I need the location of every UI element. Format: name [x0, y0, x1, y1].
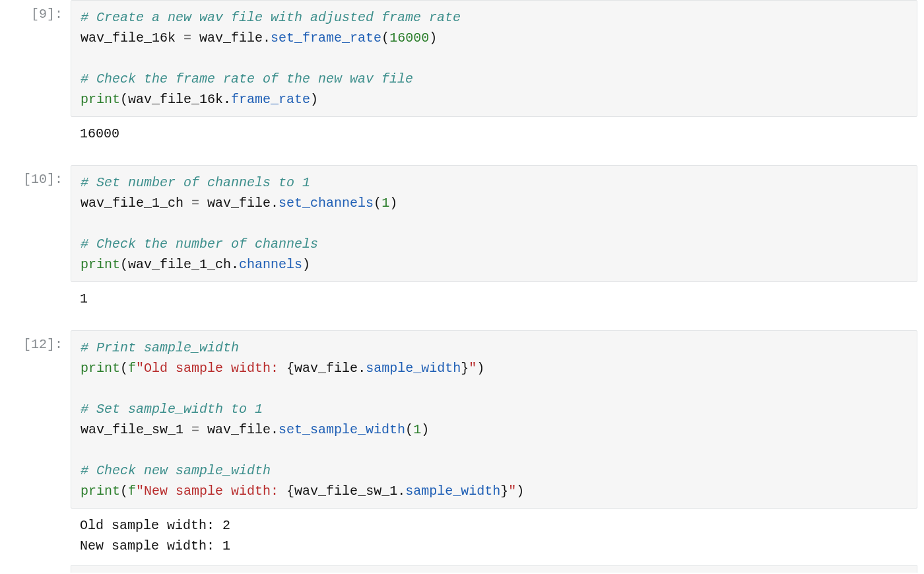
code-token: 1 — [413, 422, 421, 437]
code-token: ( — [120, 92, 128, 107]
code-token: ) — [477, 361, 484, 376]
notebook: [9]: # Create a new wav file with adjust… — [0, 0, 924, 573]
prompt-label-empty — [0, 509, 71, 565]
code-token: 1 — [381, 196, 389, 211]
code-comment: # Create a new wav file with adjusted fr… — [81, 10, 461, 25]
code-token: wav_file. — [199, 196, 279, 211]
code-token: wav_file_1_ch. — [128, 257, 239, 272]
code-token: = — [183, 30, 191, 46]
code-comment: # Check new sample_width — [81, 463, 271, 478]
code-input[interactable]: # Print sample_width print(f"Old sample … — [71, 330, 917, 509]
code-token: wav_file_16k — [81, 30, 183, 46]
prompt-label: [10]: — [0, 165, 71, 282]
code-token: set_channels — [279, 196, 374, 211]
code-token: print — [81, 361, 120, 376]
code-token: wav_file. — [294, 361, 366, 376]
code-token: print — [81, 92, 120, 107]
code-token: } — [461, 361, 469, 376]
code-token: wav_file_16k. — [128, 92, 231, 107]
code-token: ( — [381, 30, 389, 46]
code-token: "Old sample width: — [136, 361, 286, 376]
code-token: set_sample_width — [279, 422, 405, 437]
code-token: ) — [429, 30, 437, 46]
code-token: f — [128, 484, 136, 499]
code-cell[interactable]: [9]: # Create a new wav file with adjust… — [0, 0, 924, 117]
output-cell: Old sample width: 2 New sample width: 1 — [0, 509, 924, 565]
output-cell: 1 — [0, 282, 924, 318]
code-token: set_frame_rate — [271, 30, 381, 46]
code-token: ( — [120, 484, 128, 499]
code-token: 16000 — [389, 30, 429, 46]
code-token: { — [286, 484, 294, 499]
code-token: wav_file_sw_1 — [81, 422, 191, 437]
code-token: "New sample width: — [136, 484, 286, 499]
code-token: { — [286, 361, 294, 376]
code-token: print — [81, 257, 120, 272]
prompt-label: [9]: — [0, 0, 71, 117]
code-comment: # Set sample_width to 1 — [81, 402, 263, 417]
code-comment: # Set number of channels to 1 — [81, 175, 310, 190]
cell-output: Old sample width: 2 New sample width: 1 — [71, 509, 917, 565]
code-token: wav_file_1_ch — [81, 196, 191, 211]
code-comment: # Check the frame rate of the new wav fi… — [81, 71, 413, 87]
code-token: print — [81, 484, 120, 499]
code-cell[interactable]: [10]: # Set number of channels to 1 wav_… — [0, 165, 924, 282]
code-token: ) — [389, 196, 397, 211]
code-token: frame_rate — [231, 92, 310, 107]
code-token: ( — [374, 196, 381, 211]
prompt-label-empty — [0, 565, 71, 573]
code-input[interactable]: # Create a new wav file with adjusted fr… — [71, 0, 917, 117]
code-token: wav_file. — [191, 30, 271, 46]
code-token: ) — [310, 92, 318, 107]
code-token: wav_file. — [199, 422, 279, 437]
code-token: sample_width — [405, 484, 500, 499]
code-token: = — [191, 196, 199, 211]
code-token: ) — [421, 422, 429, 437]
code-token: ) — [302, 257, 310, 272]
prompt-label-empty — [0, 282, 71, 318]
code-token: f — [128, 361, 136, 376]
code-token: ) — [516, 484, 524, 499]
code-token: " — [469, 361, 477, 376]
prompt-label-empty — [0, 117, 71, 153]
code-token: ( — [405, 422, 413, 437]
code-token: ( — [120, 361, 128, 376]
code-token: channels — [239, 257, 302, 272]
code-comment: # Print sample_width — [81, 340, 239, 355]
prompt-label: [12]: — [0, 330, 71, 509]
output-cell: 16000 — [0, 117, 924, 153]
code-cell-partial — [0, 565, 924, 573]
code-token: sample_width — [366, 361, 461, 376]
code-token: } — [500, 484, 508, 499]
cell-output: 1 — [71, 282, 917, 318]
code-token: ( — [120, 257, 128, 272]
next-cell-top-edge — [71, 565, 917, 573]
code-token: wav_file_sw_1. — [294, 484, 405, 499]
code-token: " — [508, 484, 516, 499]
code-cell[interactable]: [12]: # Print sample_width print(f"Old s… — [0, 330, 924, 509]
cell-output: 16000 — [71, 117, 917, 153]
code-token: = — [191, 422, 199, 437]
code-comment: # Check the number of channels — [81, 236, 318, 252]
code-input[interactable]: # Set number of channels to 1 wav_file_1… — [71, 165, 917, 282]
